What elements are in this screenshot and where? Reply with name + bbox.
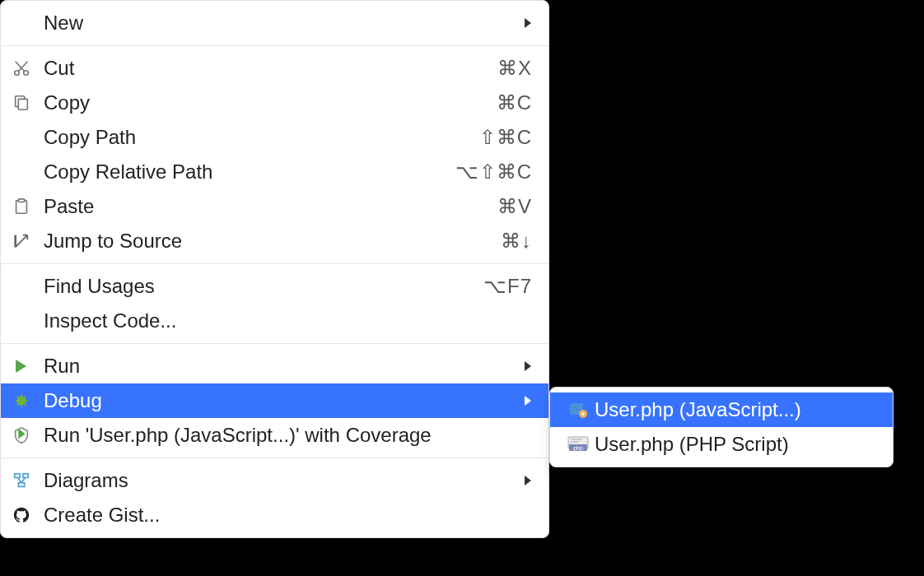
submenu-label: User.php (JavaScript...) <box>595 398 876 421</box>
menu-item-create-gist[interactable]: Create Gist... <box>1 498 548 532</box>
github-icon <box>12 506 44 524</box>
run-icon <box>12 358 44 374</box>
menu-item-run[interactable]: Run <box>1 349 548 383</box>
php-icon: php <box>562 436 595 453</box>
submenu-label: User.php (PHP Script) <box>595 433 876 456</box>
shortcut: ⌥F7 <box>483 275 532 298</box>
submenu-arrow-icon <box>524 360 532 372</box>
menu-label: Copy <box>44 91 497 114</box>
shortcut: ⇧⌘C <box>479 126 532 149</box>
menu-item-diagrams[interactable]: Diagrams <box>1 463 548 498</box>
menu-label: New <box>44 12 514 35</box>
submenu-arrow-icon <box>524 475 532 486</box>
submenu-arrow-icon <box>524 395 532 406</box>
shortcut: ⌘X <box>497 57 532 80</box>
svg-text:php: php <box>573 445 583 452</box>
separator <box>1 45 548 46</box>
menu-label: Debug <box>44 389 514 412</box>
copy-icon <box>12 94 44 112</box>
svg-rect-3 <box>18 99 27 109</box>
js-debug-icon <box>562 400 595 420</box>
menu-item-copy-relative-path[interactable]: Copy Relative Path ⌥⇧⌘C <box>1 155 548 189</box>
svg-rect-5 <box>18 199 24 202</box>
shortcut: ⌘V <box>497 195 532 218</box>
submenu-item-php[interactable]: php User.php (PHP Script) <box>550 427 893 462</box>
debug-submenu: User.php (JavaScript...) php User.php (P… <box>549 387 894 467</box>
menu-item-run-with-coverage[interactable]: Run 'User.php (JavaScript...)' with Cove… <box>1 418 548 453</box>
submenu-arrow-icon <box>524 17 532 29</box>
debug-icon <box>12 392 44 410</box>
separator <box>1 458 548 458</box>
menu-item-copy-path[interactable]: Copy Path ⇧⌘C <box>1 120 548 155</box>
menu-label: Paste <box>44 195 497 218</box>
menu-label: Diagrams <box>44 469 514 492</box>
menu-label: Run 'User.php (JavaScript...)' with Cove… <box>44 424 532 447</box>
svg-rect-9 <box>18 483 24 487</box>
diagrams-icon <box>12 471 44 490</box>
separator <box>1 263 548 264</box>
menu-label: Copy Path <box>44 126 479 149</box>
menu-label: Jump to Source <box>44 230 501 253</box>
menu-item-debug[interactable]: Debug <box>1 383 548 418</box>
menu-item-jump-to-source[interactable]: Jump to Source ⌘↓ <box>1 224 548 258</box>
menu-label: Inspect Code... <box>44 309 532 332</box>
shortcut: ⌘C <box>497 91 532 114</box>
menu-item-find-usages[interactable]: Find Usages ⌥F7 <box>1 269 548 304</box>
menu-label: Cut <box>44 57 497 80</box>
menu-item-cut[interactable]: Cut ⌘X <box>1 51 548 86</box>
svg-point-0 <box>15 71 20 76</box>
svg-rect-7 <box>15 474 20 478</box>
menu-label: Create Gist... <box>44 504 532 527</box>
svg-point-1 <box>24 71 29 76</box>
menu-label: Run <box>44 355 514 378</box>
submenu-item-js-debug[interactable]: User.php (JavaScript...) <box>550 393 893 427</box>
menu-label: Copy Relative Path <box>44 160 455 183</box>
svg-rect-8 <box>23 474 28 478</box>
coverage-icon <box>12 426 44 444</box>
jump-icon <box>12 232 44 250</box>
context-menu: New Cut ⌘X Copy ⌘C Copy Path ⇧⌘C Copy Re… <box>0 0 549 538</box>
separator <box>1 343 548 344</box>
paste-icon <box>12 197 44 216</box>
menu-item-inspect-code[interactable]: Inspect Code... <box>1 304 548 338</box>
shortcut: ⌥⇧⌘C <box>455 160 532 183</box>
menu-item-new[interactable]: New <box>1 6 548 40</box>
menu-item-copy[interactable]: Copy ⌘C <box>1 86 548 120</box>
cut-icon <box>12 59 44 77</box>
menu-label: Find Usages <box>44 275 483 298</box>
menu-item-paste[interactable]: Paste ⌘V <box>1 189 548 224</box>
shortcut: ⌘↓ <box>501 230 532 253</box>
